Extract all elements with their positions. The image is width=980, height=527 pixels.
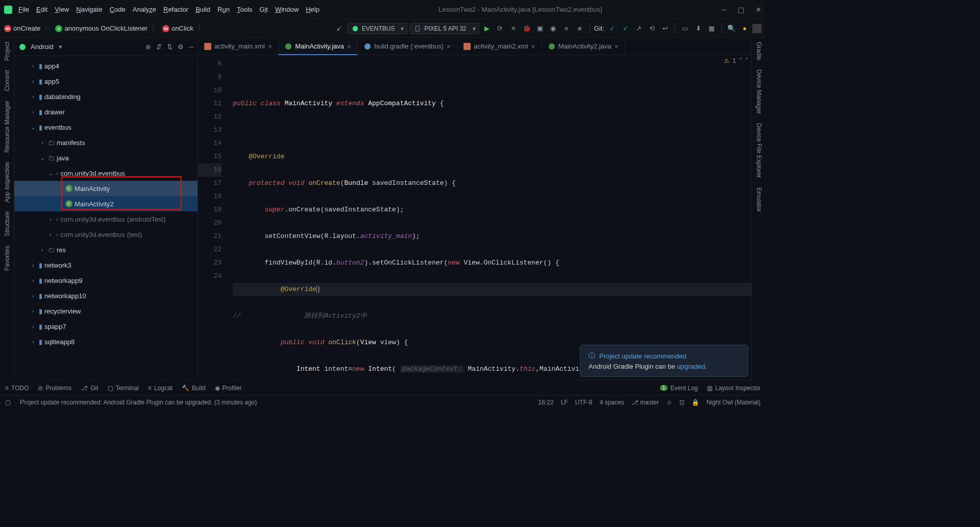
- run-config-dropdown[interactable]: EVENTBUS: [347, 23, 408, 34]
- tree-module[interactable]: ›▮network3: [14, 257, 198, 273]
- stop-icon[interactable]: ■: [574, 23, 585, 34]
- tree-file-mainactivity[interactable]: CMainActivity: [14, 181, 198, 196]
- cursor-position[interactable]: 16:22: [538, 399, 554, 406]
- tab-activity-main-xml[interactable]: activity_main.xml×: [198, 38, 279, 55]
- project-view-selector[interactable]: Android: [31, 43, 62, 51]
- left-tool-structure[interactable]: Structure: [4, 211, 11, 236]
- tab-activity-main2-xml[interactable]: activity_main2.xml×: [457, 38, 542, 55]
- tool-layout-inspector[interactable]: ▥ Layout Inspector: [707, 385, 761, 392]
- right-tool-file-explorer[interactable]: Device File Explorer: [755, 123, 763, 178]
- menu-file[interactable]: File: [18, 6, 29, 13]
- breadcrumb-item[interactable]: monClick: [162, 25, 193, 32]
- notification-popup[interactable]: ⓘProject update recommended Android Grad…: [580, 345, 748, 377]
- menu-build[interactable]: Build: [195, 6, 210, 13]
- tree-module[interactable]: ›▮spapp7: [14, 319, 198, 334]
- device-dropdown[interactable]: PIXEL 5 API 32: [409, 23, 479, 34]
- upgrade-link[interactable]: upgraded: [677, 363, 705, 370]
- inspection-widget[interactable]: ⚠1 ˄˅: [724, 57, 748, 64]
- breadcrumb-item[interactable]: monCreate: [4, 25, 40, 32]
- close-tab-icon[interactable]: ×: [447, 42, 451, 51]
- close-icon[interactable]: ✕: [755, 6, 762, 14]
- menu-tools[interactable]: Tools: [237, 6, 252, 13]
- git-history-icon[interactable]: ⟲: [646, 23, 657, 34]
- tree-file-mainactivity2[interactable]: CMainActivity2: [14, 196, 198, 211]
- tree-module[interactable]: ›▮app4: [14, 58, 198, 74]
- collapse-icon[interactable]: ⇅: [167, 43, 173, 51]
- git-rollback-icon[interactable]: ↩: [659, 23, 671, 34]
- run-icon[interactable]: ▶: [481, 23, 493, 34]
- tree-folder[interactable]: ⌄🗀java: [14, 150, 198, 165]
- menu-edit[interactable]: Edit: [36, 6, 47, 13]
- debug-icon[interactable]: 🐞: [521, 23, 532, 34]
- back-icon[interactable]: ↙: [334, 23, 345, 34]
- expand-icon[interactable]: ⇵: [156, 43, 162, 51]
- tree-module[interactable]: ›▮networkapp10: [14, 288, 198, 303]
- hide-icon[interactable]: ─: [189, 43, 193, 51]
- close-tab-icon[interactable]: ×: [347, 42, 351, 51]
- tool-build[interactable]: 🔨 Build: [182, 385, 206, 392]
- left-tool-favorites[interactable]: Favorites: [4, 246, 11, 271]
- tree-package[interactable]: ›▫com.unity3d.eventbus (test): [14, 227, 198, 242]
- menu-code[interactable]: Code: [110, 6, 126, 13]
- attach-debugger-icon[interactable]: ⎆: [561, 23, 572, 34]
- left-tool-resource[interactable]: Resource Manager: [4, 101, 11, 153]
- close-tab-icon[interactable]: ×: [268, 42, 272, 51]
- ide-update-icon[interactable]: ●: [739, 23, 750, 34]
- menu-help[interactable]: Help: [306, 6, 320, 13]
- sdk-icon[interactable]: ⬇: [693, 23, 704, 34]
- maximize-icon[interactable]: ▢: [738, 6, 744, 14]
- right-tool-emulator[interactable]: Emulator: [755, 187, 763, 212]
- right-tool-gradle[interactable]: Gradle: [755, 42, 763, 60]
- avd-icon[interactable]: ▭: [679, 23, 691, 34]
- close-tab-icon[interactable]: ×: [531, 42, 535, 51]
- tree-folder[interactable]: ›🗀manifests: [14, 135, 198, 150]
- file-encoding[interactable]: UTF-8: [575, 399, 593, 406]
- right-tool-device-manager[interactable]: Device Manager: [755, 69, 763, 114]
- tree-folder[interactable]: ›🗀res: [14, 242, 198, 257]
- tree-module[interactable]: ⌄▮eventbus: [14, 119, 198, 135]
- git-pull-icon[interactable]: ✓: [606, 23, 618, 34]
- menu-navigate[interactable]: Navigate: [76, 6, 102, 13]
- tab-build-gradle[interactable]: build.gradle (:eventbus)×: [358, 38, 457, 55]
- breadcrumb-item[interactable]: canonymous OnClickListener: [55, 25, 148, 32]
- gear-icon[interactable]: ⚙: [178, 43, 184, 51]
- left-tool-project[interactable]: Project: [4, 42, 11, 61]
- memory-icon[interactable]: ⊡: [679, 399, 684, 406]
- tree-module[interactable]: ›▮dababinding: [14, 89, 198, 104]
- git-branch[interactable]: ⎇ master: [631, 399, 659, 406]
- git-commit-icon[interactable]: ✓: [620, 23, 631, 34]
- tool-git[interactable]: ⎇ Git: [81, 385, 98, 392]
- profile-icon[interactable]: ◉: [548, 23, 559, 34]
- search-icon[interactable]: 🔍: [726, 23, 737, 34]
- indent-setting[interactable]: 4 spaces: [600, 399, 624, 406]
- apply-changes-icon[interactable]: ⟳: [495, 23, 506, 34]
- close-tab-icon[interactable]: ×: [615, 42, 619, 51]
- menu-window[interactable]: Window: [275, 6, 299, 13]
- tool-terminal[interactable]: ▢ Terminal: [108, 385, 139, 392]
- tree-package[interactable]: ⌄▫com.unity3d.eventbus: [14, 165, 198, 181]
- git-push-icon[interactable]: ↗: [633, 23, 644, 34]
- theme-indicator[interactable]: Night Owl (Material): [706, 399, 761, 406]
- tab-mainactivity2-java[interactable]: MainActivity2.java×: [542, 38, 625, 55]
- settings-icon[interactable]: [752, 24, 762, 33]
- apply-code-icon[interactable]: ≡: [508, 23, 519, 34]
- tool-profiler[interactable]: ◉ Profiler: [215, 385, 242, 392]
- left-tool-app-inspection[interactable]: App Inspection: [4, 162, 11, 202]
- tool-problems[interactable]: ⊘ Problems: [38, 385, 71, 392]
- menu-refactor[interactable]: Refactor: [163, 6, 188, 13]
- tab-mainactivity-java[interactable]: MainActivity.java×: [279, 38, 358, 55]
- left-tool-commit[interactable]: Commit: [4, 70, 11, 91]
- tree-module[interactable]: ›▮recyclerview: [14, 303, 198, 319]
- code-content[interactable]: public class MainActivity extends AppCom…: [231, 55, 751, 380]
- editor-body[interactable]: ⚠1 ˄˅ 89101112131415161718192021222324 p…: [198, 55, 751, 380]
- select-file-icon[interactable]: ⊕: [145, 43, 151, 51]
- menu-git[interactable]: Git: [259, 6, 268, 13]
- status-icon[interactable]: ▢: [5, 399, 11, 406]
- menu-analyze[interactable]: Analyze: [133, 6, 156, 13]
- resource-icon[interactable]: ▦: [706, 23, 717, 34]
- lock-icon[interactable]: 🔒: [692, 399, 699, 406]
- tree-module[interactable]: ›▮networkapp9: [14, 273, 198, 288]
- tree-module[interactable]: ›▮sqliteapp8: [14, 334, 198, 349]
- tree-module[interactable]: ›▮app5: [14, 74, 198, 89]
- line-separator[interactable]: LF: [561, 399, 568, 406]
